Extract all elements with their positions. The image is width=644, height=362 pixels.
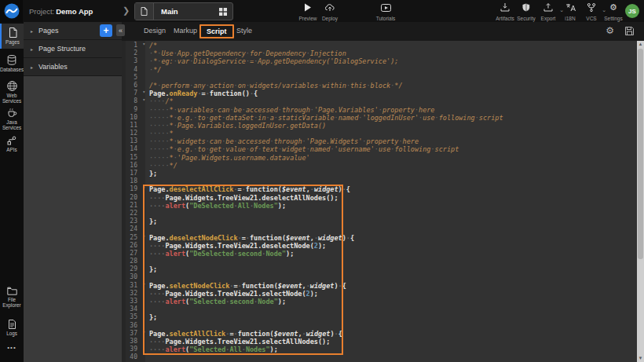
avatar[interactable]: JS	[625, 4, 639, 18]
vcs-button[interactable]: VCS ⌄	[581, 2, 602, 21]
code-line[interactable]: ····alert("DeSelected·All·Nodes");	[149, 202, 637, 210]
code-line[interactable]: Page.onReady·=·function()·{	[149, 90, 637, 97]
artifacts-button[interactable]: Artifacts	[492, 2, 518, 21]
code-line[interactable]	[149, 177, 637, 185]
tab-style[interactable]: Style	[236, 27, 252, 35]
project-label: Project:	[29, 7, 54, 16]
code-line[interactable]	[149, 273, 637, 281]
collapse-panel-button[interactable]: «	[116, 24, 125, 36]
code-line[interactable]: ·····*/	[149, 162, 637, 170]
line-number: 2	[126, 49, 145, 57]
gutter: 1▾234567▾8▾910111213141516171819▾2021222…	[122, 41, 145, 362]
logs-icon	[8, 320, 16, 329]
code-line[interactable]: ····Page.Widgets.TreeView21.selectAllNod…	[149, 338, 637, 346]
script-settings-gear-icon[interactable]: ⚙	[606, 26, 614, 35]
sidebar-item-pages[interactable]: Pages	[0, 24, 24, 49]
code-line[interactable]	[149, 322, 637, 330]
code-line[interactable]: ·····*·widgets·can·be·accessed·through·'…	[149, 137, 637, 145]
tutorials-button[interactable]: Tutorials	[372, 2, 399, 21]
code-line[interactable]: };	[149, 265, 637, 273]
tab-design[interactable]: Design	[144, 27, 166, 35]
sidebar-item-databases[interactable]: Databases	[0, 52, 24, 75]
code-line[interactable]: };	[149, 170, 637, 177]
i18n-translate-icon	[565, 2, 576, 13]
code-line[interactable]	[149, 353, 637, 361]
code-line[interactable]: ·····*·'Page.Widgets.username.datavalue'	[149, 154, 637, 162]
code-line[interactable]: ·····*	[149, 130, 637, 137]
scrollbar-thumb[interactable]	[638, 49, 643, 259]
line-number: 20	[126, 194, 145, 202]
code-line[interactable]: ····Page.Widgets.TreeView21.deselectAllN…	[149, 194, 637, 202]
vertical-scrollbar[interactable]: ▲ ▼	[637, 41, 644, 362]
code-line[interactable]: ····alert("Selected·second·Node");	[149, 298, 637, 305]
code-line[interactable]	[149, 210, 637, 218]
code-editor[interactable]: 1▾234567▾8▾910111213141516171819▾2021222…	[122, 41, 644, 362]
code-area[interactable]: /*·*·Use·App.getDependency·for·Dependenc…	[145, 41, 637, 362]
security-button[interactable]: Security	[515, 2, 537, 21]
sidebar-item-logs[interactable]: Logs	[0, 316, 24, 339]
line-number: 13	[126, 137, 145, 145]
preview-button[interactable]: Preview	[297, 2, 319, 21]
code-line[interactable]: Page.deselectNodeClick·=·function($event…	[149, 234, 637, 242]
editor-tab-bar: Design Markup Script Style ⚙	[122, 22, 644, 42]
page-doc-icon	[135, 3, 154, 20]
tab-script[interactable]: Script	[199, 24, 234, 38]
security-shield-icon	[522, 2, 530, 13]
code-line[interactable]: };	[149, 218, 637, 225]
scroll-down-icon[interactable]: ▼	[637, 355, 644, 362]
api-nodes-icon	[7, 136, 16, 145]
line-number: 12	[126, 130, 145, 137]
sidebar-more-button[interactable]: •••	[0, 342, 24, 353]
code-line[interactable]: };	[149, 313, 637, 321]
deploy-button[interactable]: Deploy	[319, 2, 341, 21]
code-line[interactable]: Page.deselectAllClick·=·function($event,…	[149, 185, 637, 193]
explorer-row-page-structure[interactable]: ▸ Page Structure	[24, 40, 122, 58]
code-line[interactable]: ····alert("DeSelected·second·Node");	[149, 250, 637, 258]
code-line[interactable]: ····Page.Widgets.TreeView21.deselectNode…	[149, 242, 637, 250]
code-line[interactable]: ·····*·e.g.·to·get·value·of·text·widget·…	[149, 145, 637, 153]
code-line[interactable]	[149, 74, 637, 82]
code-line[interactable]: ····/*	[149, 97, 637, 105]
sidebar-item-web-services[interactable]: Web Services	[0, 79, 24, 105]
save-icon[interactable]	[625, 27, 634, 35]
code-line[interactable]	[149, 305, 637, 313]
wavemaker-logo[interactable]	[0, 0, 23, 22]
code-line[interactable]: Page.selectAllClick·=·function($event,·w…	[149, 330, 637, 338]
line-number: 25▾	[126, 234, 145, 242]
add-page-button[interactable]: +	[100, 24, 112, 37]
code-line[interactable]: /*	[149, 42, 637, 49]
sidebar-item-java-services[interactable]: Java Services	[0, 105, 24, 132]
code-line[interactable]: /*·perform·any·action·on·widgets/variabl…	[149, 82, 637, 90]
explorer-row-pages[interactable]: ▸ Pages + «	[24, 22, 122, 40]
line-number: 15	[126, 154, 145, 162]
preview-icon	[304, 2, 312, 13]
page-tab-main[interactable]: Main	[134, 2, 233, 20]
code-line[interactable]: ····Page.Widgets.TreeView21.selectNode(2…	[149, 290, 637, 298]
code-line[interactable]	[149, 225, 637, 233]
line-number: 4	[126, 66, 145, 74]
code-line[interactable]	[149, 258, 637, 265]
code-line[interactable]: ·····*·variables·can·be·accessed·through…	[149, 106, 637, 114]
code-line[interactable]: ·····*·Page.Variables.loggedInUser.getDa…	[149, 122, 637, 130]
code-line[interactable]: Page.selectNodeClick·=·function($event,·…	[149, 282, 637, 290]
code-line[interactable]: ·····*·e.g.·to·get·dataSet·in·a·staticVa…	[149, 114, 637, 122]
settings-button[interactable]: ⚙ Settings ⌄	[602, 2, 625, 21]
line-number: 1▾	[126, 42, 145, 49]
page-tab-label: Main	[161, 7, 219, 16]
code-line[interactable]: ·*/	[149, 66, 637, 74]
line-number: 35	[126, 313, 145, 321]
code-line[interactable]: ····alert("Selected·All·Nodes");	[149, 346, 637, 353]
sidebar-item-file-explorer[interactable]: File Explorer	[0, 283, 24, 311]
explorer-row-variables[interactable]: ▸ Variables	[24, 58, 122, 76]
tutorials-icon	[381, 2, 391, 13]
pages-grid-icon[interactable]	[219, 8, 227, 16]
tab-markup[interactable]: Markup	[174, 27, 197, 35]
vcs-branch-icon	[587, 2, 596, 13]
sidebar-item-apis[interactable]: APIs	[0, 133, 24, 154]
code-line[interactable]: ·*·Use·App.getDependency·for·Dependency·…	[149, 49, 637, 57]
scroll-up-icon[interactable]: ▲	[637, 41, 644, 48]
export-button[interactable]: Export ⌄	[537, 2, 559, 21]
i18n-button[interactable]: i18N	[560, 2, 580, 21]
line-number: 22	[126, 210, 145, 218]
code-line[interactable]: ·*·eg:·var·DialogService·=·App.getDepend…	[149, 57, 637, 65]
